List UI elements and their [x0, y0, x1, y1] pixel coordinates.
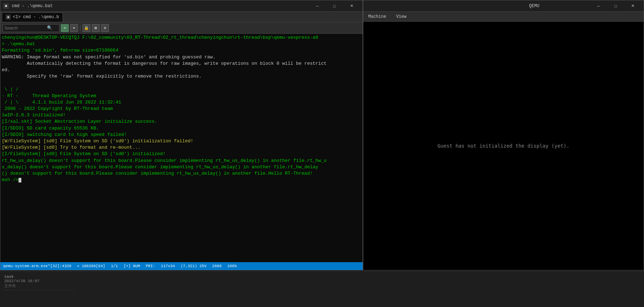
terminal-line-12: lwIP-2.0.3 initialized! — [2, 112, 361, 118]
terminal-line-0: chenyingchun@DESKTOP-VECQTQJ F:\02_commu… — [2, 35, 361, 41]
taskbar-item-name: task — [4, 275, 73, 279]
terminal-line-18: [I/FileSystem] [sd0] File System on SD (… — [2, 151, 361, 157]
qemu-window-title: QEMU — [478, 4, 590, 9]
qemu-titlebar: QEMU ─ □ ✕ — [363, 0, 644, 12]
terminal-line-7 — [2, 80, 361, 86]
cmd-statusbar: qemu-system-arm.exe*[32]:4320 « 180206[6… — [0, 262, 363, 270]
toolbar-separator-1 — [80, 25, 80, 31]
terminal-line-19: rt_hw_us_delay() doesn't support for thi… — [2, 158, 361, 164]
status-info3: [+] NUM — [123, 264, 140, 268]
qemu-display-message: Guest has not initialized the display (y… — [438, 143, 570, 149]
terminal-line-14: [I/SDIO] SD card capacity 65536 KB. — [2, 125, 361, 132]
cmd-window-controls: ─ □ ✕ — [309, 0, 360, 12]
cmd-content: chenyingchun@DESKTOP-VECQTQJ F:\02_commu… — [0, 34, 363, 262]
terminal-line-1: > .\qemu.bat — [2, 41, 361, 47]
toolbar-layout-btn[interactable]: ⊞ — [92, 24, 100, 32]
taskbar-item-date: 2022/4/20 16:07 — [4, 279, 73, 283]
toolbar-dropdown-btn[interactable]: ▾ — [70, 24, 78, 32]
terminal-line-10: / | \ 4.1.1 build Jun 26 2022 11:32:41 — [2, 99, 361, 106]
cmd-titlebar: ■ cmd - .\qemu.bat ─ □ ✕ — [0, 0, 363, 12]
terminal-line-13: [I/sal.skt] Socket Abstraction Layer ini… — [2, 118, 361, 125]
terminal-line-5: ed. — [2, 67, 361, 73]
cmd-tab-icon: ■ — [6, 15, 11, 20]
qemu-window: QEMU ─ □ ✕ Machine View Guest has not in… — [363, 0, 644, 270]
status-process: qemu-system-arm.exe*[32]:4320 — [3, 264, 71, 268]
status-info6: (7,321) 25V — [181, 264, 207, 268]
cmd-tab-label: <1> cmd - .\qemu.b — [13, 15, 59, 20]
qemu-window-controls: ─ □ ✕ — [590, 0, 641, 12]
status-info4: PRI: — [146, 264, 155, 268]
terminal-line-6: Specify the 'raw' format explicitly to r… — [2, 73, 361, 80]
qemu-close-btn[interactable]: ✕ — [624, 0, 641, 12]
terminal-line-9: - RT - Thread Operating System — [2, 93, 361, 99]
cmd-window: ■ cmd - .\qemu.bat ─ □ ✕ ■ <1> cmd - .\q… — [0, 0, 363, 270]
taskbar-item-status: 文件夹 — [4, 283, 73, 289]
terminal-line-20: s_delay() doesn't support for this board… — [2, 164, 361, 170]
terminal-line-2: Formatting 'sd.bin', fmt=raw size=671088… — [2, 47, 361, 54]
qemu-menu-view[interactable]: View — [394, 14, 408, 20]
terminal-line-3: WARNING: Image format was not specified … — [2, 54, 361, 60]
terminal-line-8: \ | / — [2, 86, 361, 93]
cmd-window-icon: ■ — [3, 3, 9, 9]
terminal-line-17: [W/FileSystem] [sd0] Try to format and r… — [2, 144, 361, 151]
status-info2: 1/1 — [111, 264, 118, 268]
qemu-menubar: Machine View — [363, 12, 644, 22]
cmd-window-title: cmd - .\qemu.bat — [12, 4, 309, 9]
search-box[interactable]: 🔍 — [2, 24, 59, 32]
qemu-display: Guest has not initialized the display (y… — [363, 22, 644, 270]
terminal-line-16: [W/FileSystem] [sd0] File System on SD (… — [2, 138, 361, 144]
terminal-line-15: [I/SDIO] switching card to high speed fa… — [2, 132, 361, 138]
terminal-line-11: 2006 - 2022 Copyright by RT-Thread team — [2, 106, 361, 112]
cmd-minimize-btn[interactable]: ─ — [309, 0, 326, 12]
terminal-line-21: () doesn't support for this board.Please… — [2, 170, 361, 177]
toolbar-menu-btn[interactable]: ≡ — [101, 24, 109, 32]
toolbar-add-btn[interactable]: + — [61, 24, 69, 32]
terminal-line-4: Automatically detecting the format is da… — [2, 60, 361, 67]
qemu-minimize-btn[interactable]: ─ — [590, 0, 607, 12]
terminal-prompt: msh /> — [2, 177, 361, 183]
cmd-tab-1[interactable]: ■ <1> cmd - .\qemu.b — [2, 12, 63, 22]
status-info5: 117x34 — [161, 264, 175, 268]
qemu-maximize-btn[interactable]: □ — [607, 0, 624, 12]
status-info1: « 180206[64] — [77, 264, 105, 268]
cmd-toolbar: 🔍 + ▾ 🔒 ⊞ ≡ — [0, 22, 363, 34]
cmd-maximize-btn[interactable]: □ — [326, 0, 343, 12]
cmd-close-btn[interactable]: ✕ — [343, 0, 360, 12]
cmd-tabbar: ■ <1> cmd - .\qemu.b — [0, 12, 363, 22]
qemu-menu-machine[interactable]: Machine — [366, 14, 388, 20]
terminal-cursor — [19, 178, 21, 182]
taskbar: task 2022/4/20 16:07 文件夹 — [0, 271, 644, 307]
taskbar-item-1[interactable]: task 2022/4/20 16:07 文件夹 — [3, 273, 74, 290]
search-icon[interactable]: 🔍 — [47, 25, 52, 31]
status-info8: 100% — [227, 264, 237, 268]
status-info7: 2680 — [212, 264, 221, 268]
search-input[interactable] — [4, 26, 47, 31]
toolbar-lock-btn[interactable]: 🔒 — [83, 24, 90, 32]
